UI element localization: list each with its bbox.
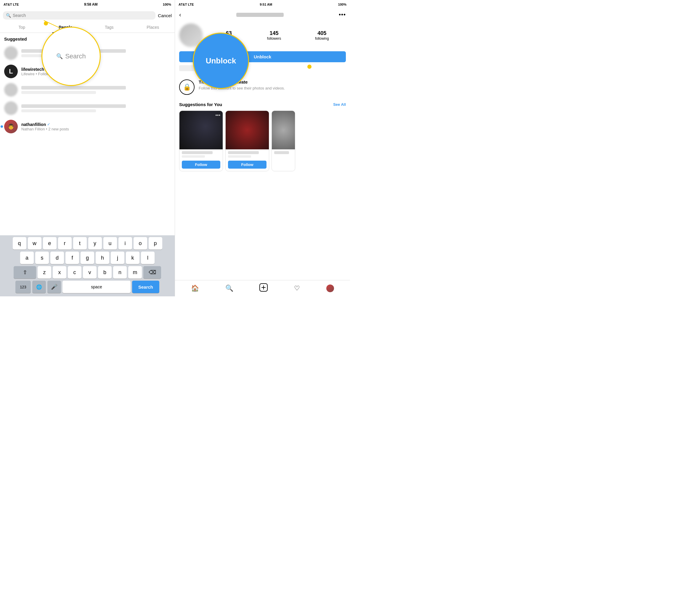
key-i[interactable]: i [119,237,132,249]
key-f[interactable]: f [65,251,79,264]
blurred-name [21,86,126,89]
list-item[interactable] [0,99,175,117]
key-h[interactable]: h [96,251,109,264]
avatar [4,83,18,96]
key-o[interactable]: o [134,237,147,249]
key-j[interactable]: j [111,251,124,264]
search-icon: 🔍 [6,13,11,18]
suggestion-card[interactable]: Follow [225,111,269,171]
yellow-dot-right [307,65,311,69]
see-all-button[interactable]: See All [333,102,346,107]
add-nav-icon[interactable] [259,283,268,293]
blurred-sub [21,91,96,94]
suggestion-card[interactable]: ••• Follow [179,111,223,171]
key-q[interactable]: q [13,237,26,249]
key-l[interactable]: l [141,251,155,264]
yellow-dot-left [44,21,48,26]
key-mic[interactable]: 🎤 [47,281,61,293]
key-n[interactable]: n [113,266,127,279]
key-y[interactable]: y [88,237,102,249]
key-g[interactable]: g [81,251,94,264]
user-subtitle: Nathan Fillion • 2 new posts [21,127,171,131]
magnifier-zoom: 🔍 Search [41,27,101,86]
key-m[interactable]: m [128,266,142,279]
status-bar-left: AT&T LTE 9:58 AM 100% [0,0,175,9]
time-right: 9:51 AM [260,3,272,6]
status-bar-right: AT&T LTE 9:51 AM 100% [175,0,350,9]
follow-button-2[interactable]: Follow [228,161,266,169]
search-nav-icon[interactable]: 🔍 [225,284,233,292]
search-input[interactable] [13,13,152,18]
avatar: 👨 [4,120,18,133]
key-shift[interactable]: ⇧ [14,266,36,279]
followers-count: 145 [269,30,278,36]
key-z[interactable]: z [38,266,51,279]
cancel-button[interactable]: Cancel [158,13,172,18]
key-r[interactable]: r [58,237,72,249]
key-d[interactable]: d [50,251,64,264]
key-k[interactable]: k [126,251,139,264]
suggestion-name-blurred [228,151,259,154]
keyboard: q w e r t y u i o p a s d f g h j k l ⇧ … [0,235,175,296]
key-a[interactable]: a [20,251,34,264]
stat-following[interactable]: 405 following [315,30,329,41]
suggestion-card[interactable] [271,111,295,171]
magnifier-unblock-zoom: Unblock [193,33,249,89]
key-t[interactable]: t [73,237,87,249]
heart-nav-icon[interactable]: ♡ [294,284,300,292]
key-delete[interactable]: ⌫ [143,266,161,279]
avatar [4,101,18,115]
keyboard-row-1: q w e r t y u i o p [1,237,174,249]
blurred-sub [21,109,96,112]
followers-label: followers [267,36,281,41]
blurred-name [21,104,126,108]
time-left: 9:58 AM [84,2,98,6]
search-input-wrapper[interactable]: 🔍 [3,11,156,19]
tab-places[interactable]: Places [131,22,175,33]
key-space[interactable]: space [62,281,131,293]
list-item[interactable]: 👨 nathanfillion ✓ Nathan Fillion • 2 new… [0,117,175,136]
right-panel: AT&T LTE 9:51 AM 100% ‹ ••• 63 posts 145… [175,0,350,296]
suggestion-avatar-3 [272,111,295,149]
suggestion-more-icon[interactable]: ••• [215,113,220,118]
profile-username-blurred [236,13,284,17]
suggestion-sub-blurred [228,155,251,158]
battery-right: 100% [338,3,346,6]
key-p[interactable]: p [149,237,162,249]
follow-button-1[interactable]: Follow [182,161,220,169]
list-item[interactable] [0,81,175,99]
stat-followers[interactable]: 145 followers [267,30,281,41]
back-button[interactable]: ‹ [179,11,181,18]
keyboard-row-3: ⇧ z x c v b n m ⌫ [1,266,174,279]
key-e[interactable]: e [43,237,56,249]
search-keyboard-button[interactable]: Search [132,281,159,293]
key-v[interactable]: v [83,266,96,279]
key-globe[interactable]: 🌐 [32,281,46,293]
keyboard-row-2: a s d f g h j k l [1,251,174,264]
more-options-button[interactable]: ••• [339,11,346,18]
key-x[interactable]: x [53,266,66,279]
new-post-indicator [1,125,3,128]
bottom-navigation: 🏠 🔍 ♡ [175,280,350,296]
battery-left: 100% [163,3,171,6]
suggestion-avatar-1: ••• [179,111,223,149]
following-label: following [315,36,329,41]
tab-tags[interactable]: Tags [87,22,131,33]
carrier-text-left: AT&T LTE [4,3,19,6]
suggestion-name-blurred [274,151,289,154]
key-s[interactable]: s [35,251,49,264]
avatar: L [4,65,18,78]
home-nav-icon[interactable]: 🏠 [191,284,199,292]
key-numbers[interactable]: 123 [15,281,31,293]
search-bar-container: 🔍 Cancel [0,9,175,22]
battery-text-left: 100% [163,3,171,6]
key-c[interactable]: c [68,266,81,279]
key-b[interactable]: b [98,266,112,279]
carrier-text-right: AT&T LTE [179,3,194,6]
suggestion-name-blurred [182,151,213,154]
key-w[interactable]: w [28,237,41,249]
tab-top[interactable]: Top [0,22,44,33]
key-u[interactable]: u [103,237,117,249]
profile-nav-avatar[interactable] [326,284,334,292]
suggestion-avatar-2 [226,111,269,149]
